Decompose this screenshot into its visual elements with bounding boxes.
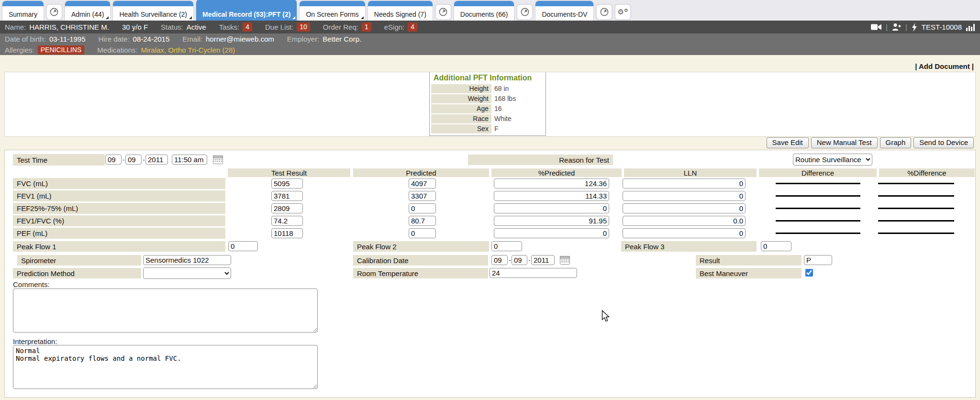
patient-header-bar: Name: HARRIS, CHRISTINE M. 30 y/o F Stat… [0, 21, 980, 33]
popout-icon[interactable] [435, 4, 451, 20]
email-value: horner@mieweb.com [206, 35, 274, 43]
medications-list[interactable]: Miralax, Ortho Tri-Cyclen (28) [141, 46, 235, 54]
weight-label: Weight [431, 94, 491, 103]
race-label: Race [431, 114, 491, 123]
pft-info-row: Height 68 in [431, 84, 544, 93]
fev1-fvc-lln-input[interactable] [623, 216, 746, 226]
pef-predicted-input[interactable] [409, 228, 436, 238]
tasks-count-badge[interactable]: 4 [243, 22, 252, 32]
fev1-fvc-predicted-input[interactable] [409, 216, 436, 226]
test-time-input[interactable] [172, 155, 207, 165]
tab-admin[interactable]: Admin (44) [65, 1, 110, 21]
bar-chart-icon[interactable] [966, 23, 975, 31]
allergy-badge[interactable]: PENICILLINS [38, 45, 85, 55]
fvc-difference-line [776, 183, 860, 184]
calendar-icon [213, 155, 223, 164]
add-person-icon[interactable] [892, 23, 901, 31]
pef-lln-input[interactable] [623, 228, 746, 238]
fef2575-lln-input[interactable] [623, 203, 746, 213]
fev1-fvc-difference-line [776, 220, 860, 222]
fvc-predicted-input[interactable] [409, 178, 436, 189]
peak-flow-3-input[interactable] [761, 241, 791, 251]
calendar-icon[interactable] [560, 256, 570, 265]
fvc-pct-predicted-input[interactable] [494, 178, 609, 189]
calibration-month-input[interactable] [491, 255, 508, 265]
add-document-link[interactable]: | Add Document | [915, 62, 974, 70]
fev1-lln-input[interactable] [623, 191, 746, 201]
test-month-input[interactable] [105, 155, 122, 165]
pef-pct-predicted-input[interactable] [494, 228, 609, 238]
comments-textarea[interactable] [13, 289, 318, 333]
popout-icon [438, 7, 448, 17]
fev1-pct-predicted-input[interactable] [494, 191, 609, 201]
pft-info-title: Additional PFT Information [430, 72, 546, 84]
fvc-test-result-input[interactable] [271, 178, 303, 189]
spirometer-input[interactable] [143, 255, 231, 265]
hire-date-value: 08-24-2015 [133, 35, 170, 43]
interpretation-label: Interpretation: [13, 337, 57, 345]
employer-label: Employer: [287, 35, 320, 43]
calendar-icon [560, 256, 570, 265]
prediction-method-select[interactable] [143, 267, 231, 279]
popout-icon[interactable] [46, 4, 62, 20]
pef-test-result-input[interactable] [271, 228, 303, 238]
lightning-icon[interactable] [912, 23, 917, 32]
popout-icon [520, 7, 530, 17]
fef2575-pct-predicted-input[interactable] [494, 203, 609, 213]
fef2575-predicted-input[interactable] [409, 203, 436, 213]
esign-count-badge[interactable]: 4 [408, 22, 417, 32]
result-input[interactable] [804, 255, 832, 265]
tasks-label: Tasks: [219, 23, 240, 31]
fev1-test-result-input[interactable] [271, 191, 303, 201]
tab-on-screen-forms[interactable]: On Screen Forms [300, 1, 365, 21]
test-time-label: Test Time [13, 154, 105, 166]
calibration-year-input[interactable] [531, 255, 555, 265]
best-maneuver-checkbox[interactable] [805, 269, 813, 277]
popout-icon [49, 7, 59, 17]
room-temperature-input[interactable] [490, 268, 577, 278]
peak-flow-1-input[interactable] [228, 241, 258, 251]
reason-for-test-select[interactable]: Routine Surveillance [793, 154, 872, 166]
fev1-fvc-pct-predicted-input[interactable] [494, 216, 609, 226]
date-separator: - [143, 156, 145, 164]
fvc-lln-input[interactable] [623, 178, 746, 189]
chart-tab-bar: Summary Admin (44) Health Surveillance (… [0, 0, 980, 21]
fev1-difference-line [776, 195, 860, 197]
test-year-input[interactable] [145, 155, 168, 165]
row-label-pef: PEF (mL) [13, 228, 225, 239]
due-list-count-badge[interactable]: 10 [297, 22, 310, 32]
video-camera-icon[interactable] [871, 23, 881, 31]
date-separator: - [122, 156, 125, 164]
calendar-icon[interactable] [213, 155, 223, 164]
pft-toolbar: Save Edit New Manual Test Graph Send to … [767, 137, 974, 148]
graph-button[interactable]: Graph [880, 137, 912, 148]
tab-summary[interactable]: Summary [2, 1, 44, 21]
reason-for-test-label: Reason for Test [468, 155, 613, 165]
fev1-predicted-input[interactable] [409, 191, 436, 201]
settings-gears-icon[interactable]: ⚙⚙ [615, 4, 631, 20]
order-req-label: Order Req: [323, 23, 358, 31]
fev1-fvc-pct-difference-line [878, 220, 954, 222]
order-req-count-badge[interactable]: 1 [362, 22, 371, 32]
fev1-fvc-test-result-input[interactable] [271, 216, 303, 226]
col-header-pct-predicted: %Predicted [491, 168, 622, 177]
peak-flow-2-input[interactable] [491, 241, 522, 251]
tab-documents-dv[interactable]: Documents-DV [535, 1, 593, 21]
test-day-input[interactable] [125, 155, 142, 165]
peak-flow-2-label: Peak Flow 2 [353, 241, 489, 252]
tab-needs-signed[interactable]: Needs Signed (7) [368, 1, 433, 21]
tab-documents[interactable]: Documents (66) [454, 1, 514, 21]
fef2575-test-result-input[interactable] [271, 203, 303, 213]
tab-health-surveillance[interactable]: Health Surveillance (2) [113, 1, 193, 21]
save-edit-button[interactable]: Save Edit [767, 137, 809, 148]
spirometer-label: Spirometer [17, 255, 141, 266]
calibration-date-label: Calibration Date [353, 255, 488, 266]
popout-icon[interactable] [596, 4, 612, 20]
new-manual-test-button[interactable]: New Manual Test [811, 137, 878, 148]
tab-medical-record-pft[interactable]: Medical Record (53):PFT (2) [196, 0, 297, 21]
send-to-device-button[interactable]: Send to Device [913, 137, 974, 148]
calibration-day-input[interactable] [512, 255, 527, 265]
status-value: Active [187, 23, 206, 31]
popout-icon[interactable] [517, 4, 533, 20]
interpretation-textarea[interactable]: Normal Normal expiratory flows and a nor… [13, 345, 318, 389]
